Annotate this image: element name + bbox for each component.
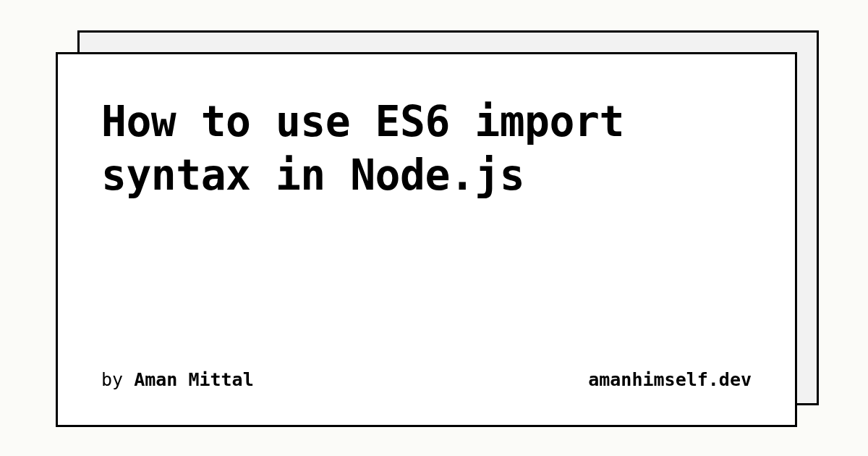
card-front: How to use ES6 import syntax in Node.js … (56, 52, 797, 427)
site-domain: amanhimself.dev (588, 369, 752, 390)
card-stack: How to use ES6 import syntax in Node.js … (56, 30, 797, 405)
card-footer: by Aman Mittal amanhimself.dev (101, 369, 752, 390)
author-name: Aman Mittal (134, 369, 254, 390)
byline: by Aman Mittal (101, 369, 254, 390)
byline-prefix: by (101, 369, 134, 390)
article-title: How to use ES6 import syntax in Node.js (101, 95, 752, 202)
